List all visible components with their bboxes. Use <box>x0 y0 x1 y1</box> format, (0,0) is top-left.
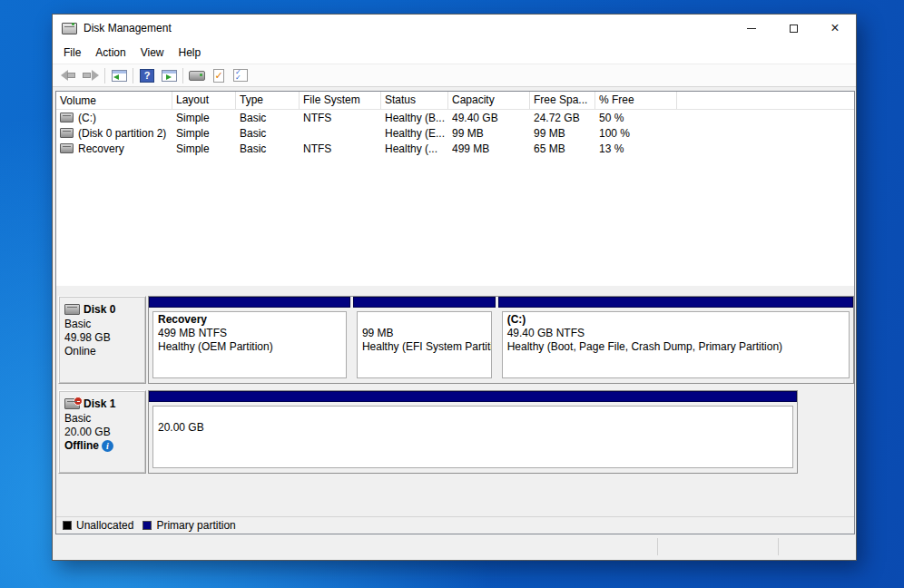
partition-efi[interactable]: 99 MB Healthy (EFI System Partition) <box>353 297 496 383</box>
cell-pct-free: 50 % <box>595 110 677 126</box>
legend-unallocated: Unallocated <box>63 519 133 532</box>
check-document-button[interactable]: ✓ <box>208 66 230 84</box>
cell-capacity: 499 MB <box>448 141 530 157</box>
menu-help[interactable]: Help <box>172 44 209 62</box>
partition-name: Recovery <box>158 313 341 327</box>
disk-management-window: Disk Management × File Action View Help <box>52 14 857 561</box>
menu-file[interactable]: File <box>56 44 88 62</box>
partition-name <box>158 407 788 421</box>
toolbar: ? ✓ ✓✓ <box>53 64 856 87</box>
partition-info-box: 20.00 GB <box>152 406 793 468</box>
cell-free-space: 99 MB <box>530 125 595 142</box>
toolbar-separator <box>133 68 133 83</box>
volume-name: (C:) <box>78 112 96 124</box>
partition-size: 99 MB <box>362 327 486 340</box>
disk-offline-icon <box>64 398 80 409</box>
partition-info-box: (C:) 49.40 GB NTFS Healthy (Boot, Page F… <box>502 311 850 378</box>
table-row-recovery[interactable]: Recovery Simple Basic NTFS Healthy (... … <box>56 141 854 156</box>
action-pane-icon <box>162 70 177 82</box>
disk-name: Disk 1 <box>84 397 115 410</box>
cell-file-system: NTFS <box>300 141 381 157</box>
back-arrow-icon <box>61 70 77 81</box>
cell-free-space: 24.72 GB <box>530 110 595 126</box>
table-header: Volume Layout Type File System Status Ca… <box>56 92 854 110</box>
menu-view[interactable]: View <box>133 44 172 62</box>
maximize-icon <box>790 24 798 33</box>
disk-status: Online <box>64 345 141 358</box>
close-button[interactable]: × <box>814 15 856 42</box>
disk1-graphic: 20.00 GB <box>148 390 798 474</box>
column-header-file-system[interactable]: File System <box>300 92 381 109</box>
column-header-layout[interactable]: Layout <box>172 92 236 109</box>
graphical-view-pane: Disk 0 Basic 49.98 GB Online Recovery 49… <box>56 286 854 534</box>
desktop-wallpaper: Disk Management × File Action View Help <box>0 0 904 588</box>
table-row-c-drive[interactable]: (C:) Simple Basic NTFS Healthy (B... 49.… <box>56 110 854 125</box>
cell-file-system <box>300 132 381 135</box>
disk-kind: Basic <box>64 318 141 331</box>
partition-size: 499 MB NTFS <box>158 327 341 340</box>
column-header-filler <box>677 92 854 109</box>
legend-primary-partition: Primary partition <box>142 519 235 532</box>
minimize-button[interactable] <box>731 15 772 42</box>
forward-arrow-icon <box>83 70 99 81</box>
task-list-icon: ✓✓ <box>233 69 248 82</box>
back-button[interactable] <box>58 66 80 84</box>
disk1-label-panel[interactable]: Disk 1 Basic 20.00 GB Offline i <box>58 390 146 474</box>
show-console-tree-button[interactable] <box>108 66 130 84</box>
show-action-pane-button[interactable] <box>158 66 180 84</box>
help-button[interactable]: ? <box>136 66 158 84</box>
partition-health <box>158 435 788 448</box>
primary-partition-strip <box>353 297 496 308</box>
column-header-status[interactable]: Status <box>381 92 448 109</box>
task-list-button[interactable]: ✓✓ <box>230 66 251 84</box>
partition-health: Healthy (OEM Partition) <box>158 340 341 354</box>
partition-name: (C:) <box>507 313 844 327</box>
disk1-row: Disk 1 Basic 20.00 GB Offline i <box>58 390 854 474</box>
title-bar[interactable]: Disk Management × <box>53 15 856 42</box>
partition-info-box: 99 MB Healthy (EFI System Partition) <box>357 311 492 378</box>
forward-button[interactable] <box>80 66 102 84</box>
cell-status: Healthy (B... <box>381 110 448 126</box>
primary-partition-strip <box>149 391 797 402</box>
cell-status: Healthy (E... <box>381 125 448 142</box>
menu-action[interactable]: Action <box>88 44 133 62</box>
info-icon[interactable]: i <box>102 440 113 452</box>
table-row-disk0-partition2[interactable]: (Disk 0 partition 2) Simple Basic Health… <box>56 125 854 141</box>
disk0-row: Disk 0 Basic 49.98 GB Online Recovery 49… <box>58 296 854 384</box>
cell-layout: Simple <box>172 141 236 157</box>
window-controls: × <box>731 15 856 42</box>
status-bar <box>55 536 853 557</box>
status-bar-separator <box>657 538 658 555</box>
volume-name: (Disk 0 partition 2) <box>78 127 166 140</box>
cell-type: Basic <box>236 141 300 157</box>
column-header-volume[interactable]: Volume <box>56 92 172 109</box>
legend-bar: Unallocated Primary partition <box>56 516 854 534</box>
maximize-button[interactable] <box>772 15 814 42</box>
column-header-type[interactable]: Type <box>236 92 300 109</box>
toolbar-separator <box>104 68 105 83</box>
primary-partition-swatch-icon <box>142 521 152 530</box>
partition-recovery[interactable]: Recovery 499 MB NTFS Healthy (OEM Partit… <box>149 297 350 383</box>
legend-label: Unallocated <box>76 519 133 532</box>
console-content: Volume Layout Type File System Status Ca… <box>55 91 855 534</box>
cell-pct-free: 13 % <box>595 141 677 157</box>
close-icon: × <box>830 20 839 36</box>
disk-icon <box>64 304 80 315</box>
column-header-pct-free[interactable]: % Free <box>595 92 677 109</box>
volume-icon <box>60 128 74 138</box>
cell-type: Basic <box>236 110 300 126</box>
partition-disk1[interactable]: 20.00 GB <box>149 391 797 473</box>
partition-info-box: Recovery 499 MB NTFS Healthy (OEM Partit… <box>152 311 347 378</box>
disk0-label-panel[interactable]: Disk 0 Basic 49.98 GB Online <box>58 296 146 384</box>
volume-list-pane: Volume Layout Type File System Status Ca… <box>56 92 854 287</box>
column-header-capacity[interactable]: Capacity <box>448 92 530 109</box>
partition-name <box>362 313 486 327</box>
minimize-icon <box>747 28 756 29</box>
rescan-disks-button[interactable] <box>186 66 208 84</box>
disk0-graphic: Recovery 499 MB NTFS Healthy (OEM Partit… <box>148 296 854 384</box>
column-header-free-space[interactable]: Free Spa... <box>530 92 595 109</box>
offline-badge-icon <box>74 397 83 406</box>
cell-file-system: NTFS <box>300 110 381 126</box>
console-tree-icon <box>112 70 127 82</box>
partition-c-drive[interactable]: (C:) 49.40 GB NTFS Healthy (Boot, Page F… <box>498 297 853 383</box>
